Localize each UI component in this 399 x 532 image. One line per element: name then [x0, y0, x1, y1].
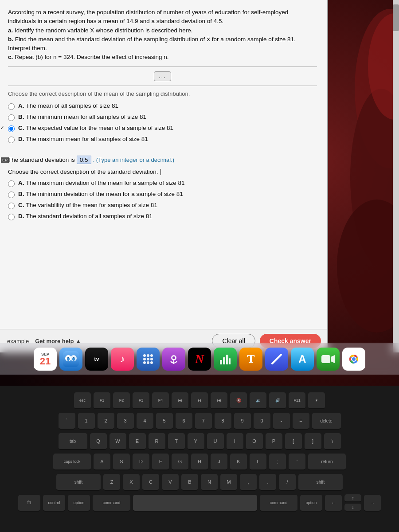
radio-mean-d[interactable]	[8, 137, 15, 143]
option-std-b[interactable]: B. The minimum deviation of the mean for…	[8, 191, 317, 198]
key-cmd-l[interactable]: command	[93, 495, 130, 512]
option-std-a[interactable]: A. The maximum deviation of the mean for…	[8, 180, 317, 187]
key-e[interactable]: E	[129, 433, 146, 450]
key-f9[interactable]: 🔉	[250, 392, 266, 409]
key-f10[interactable]: 🔊	[269, 392, 286, 409]
key-c[interactable]: C	[142, 474, 159, 491]
key-comma[interactable]: ,	[240, 474, 257, 491]
option-mean-d[interactable]: D. The maximum mean for all samples of s…	[8, 136, 317, 143]
key-6[interactable]: 6	[176, 413, 192, 430]
key-backslash[interactable]: \	[324, 433, 341, 450]
key-4[interactable]: 4	[137, 413, 153, 430]
key-8[interactable]: 8	[215, 413, 231, 430]
key-j[interactable]: J	[211, 454, 227, 470]
radio-std-d[interactable]	[8, 214, 15, 220]
key-h[interactable]: H	[191, 454, 208, 470]
dock-item-launchpad[interactable]	[137, 348, 160, 371]
scrollbar-thumb[interactable]	[393, 4, 399, 31]
radio-mean-a[interactable]	[8, 103, 15, 110]
key-return[interactable]: return	[308, 454, 346, 470]
option-mean-c[interactable]: C. The expected value for the mean of a …	[8, 125, 317, 132]
key-delete[interactable]: delete	[312, 413, 341, 430]
key-0[interactable]: 0	[254, 413, 270, 430]
key-f4[interactable]: F4	[152, 392, 169, 409]
key-fn[interactable]: fn	[18, 495, 40, 512]
key-minus[interactable]: -	[273, 413, 290, 430]
key-semicolon[interactable]: ;	[269, 454, 286, 470]
key-7[interactable]: 7	[195, 413, 212, 430]
key-u[interactable]: U	[207, 433, 224, 450]
key-p[interactable]: P	[266, 433, 282, 450]
key-f8[interactable]: 🔇	[230, 392, 247, 409]
key-y[interactable]: Y	[188, 433, 204, 450]
key-f5[interactable]: ⏮	[172, 392, 188, 409]
key-r[interactable]: R	[149, 433, 165, 450]
key-f11[interactable]: F11	[289, 392, 305, 409]
option-std-c[interactable]: C. The variablility of the mean for samp…	[8, 202, 317, 209]
dock-item-facetime[interactable]	[317, 348, 340, 371]
key-3[interactable]: 3	[117, 413, 134, 430]
dock-item-font[interactable]: T	[239, 348, 262, 371]
key-up[interactable]: ↑	[344, 494, 361, 502]
dock-item-calendar[interactable]: SEP 21	[34, 348, 57, 371]
key-z[interactable]: Z	[103, 474, 120, 491]
radio-mean-c[interactable]	[8, 125, 15, 132]
key-backtick[interactable]: `	[59, 413, 75, 430]
option-mean-a[interactable]: A. The mean of all samples of size 81	[8, 102, 317, 110]
key-a[interactable]: A	[94, 454, 110, 470]
key-option-l[interactable]: option	[68, 495, 90, 512]
key-option-r[interactable]: option	[300, 495, 322, 512]
key-caps[interactable]: caps lock	[53, 454, 91, 470]
key-o[interactable]: O	[246, 433, 263, 450]
dock-item-appletv[interactable]: tv	[85, 348, 108, 371]
key-esc[interactable]: esc	[74, 392, 91, 409]
radio-std-c[interactable]	[8, 203, 15, 209]
key-cmd-r[interactable]: command	[260, 495, 297, 512]
key-shift-r[interactable]: shift	[298, 474, 343, 491]
key-shift-l[interactable]: shift	[56, 474, 101, 491]
option-std-d[interactable]: D. The standard deviation of all samples…	[8, 213, 317, 220]
dock-item-finder[interactable]	[59, 348, 82, 371]
key-5[interactable]: 5	[156, 413, 173, 430]
key-tab[interactable]: tab	[59, 433, 87, 450]
dock-item-netflix[interactable]: N	[188, 348, 211, 371]
key-lbracket[interactable]: [	[285, 433, 302, 450]
dock-item-podcast[interactable]	[162, 348, 185, 371]
key-t[interactable]: T	[168, 433, 185, 450]
dock-item-translate[interactable]: A	[291, 348, 314, 371]
key-ctrl[interactable]: control	[43, 495, 65, 512]
key-rbracket[interactable]: ]	[305, 433, 321, 450]
key-f[interactable]: F	[152, 454, 169, 470]
key-x[interactable]: X	[123, 474, 140, 491]
dock-item-stats[interactable]	[214, 348, 237, 371]
key-i[interactable]: I	[227, 433, 243, 450]
key-f1[interactable]: F1	[94, 392, 110, 409]
key-l[interactable]: L	[250, 454, 266, 470]
dock-item-zoom[interactable]	[265, 348, 288, 371]
key-b[interactable]: B	[181, 474, 198, 491]
key-1[interactable]: 1	[78, 413, 95, 430]
key-left[interactable]: ←	[325, 495, 342, 512]
radio-std-b[interactable]	[8, 192, 15, 198]
key-2[interactable]: 2	[98, 413, 114, 430]
dock-item-chrome[interactable]	[342, 348, 365, 371]
key-k[interactable]: K	[230, 454, 247, 470]
key-q[interactable]: Q	[90, 433, 107, 450]
key-slash[interactable]: /	[279, 474, 296, 491]
key-right[interactable]: →	[364, 495, 381, 512]
key-v[interactable]: V	[162, 474, 179, 491]
key-9[interactable]: 9	[234, 413, 251, 430]
option-mean-b[interactable]: B. The minimum mean for all samples of s…	[8, 113, 317, 121]
key-d[interactable]: D	[133, 454, 149, 470]
key-space[interactable]	[133, 495, 257, 512]
key-f3[interactable]: F3	[133, 392, 149, 409]
key-equals[interactable]: =	[293, 413, 309, 430]
key-f12[interactable]: ☀	[308, 392, 325, 409]
key-n[interactable]: N	[201, 474, 218, 491]
ellipsis-button[interactable]: ...	[154, 71, 171, 81]
key-down[interactable]: ↓	[344, 504, 361, 512]
dock-item-music[interactable]: ♪	[111, 348, 134, 371]
key-f6[interactable]: ⏯	[191, 392, 208, 409]
key-f2[interactable]: F2	[113, 392, 130, 409]
key-f7[interactable]: ⏭	[211, 392, 227, 409]
